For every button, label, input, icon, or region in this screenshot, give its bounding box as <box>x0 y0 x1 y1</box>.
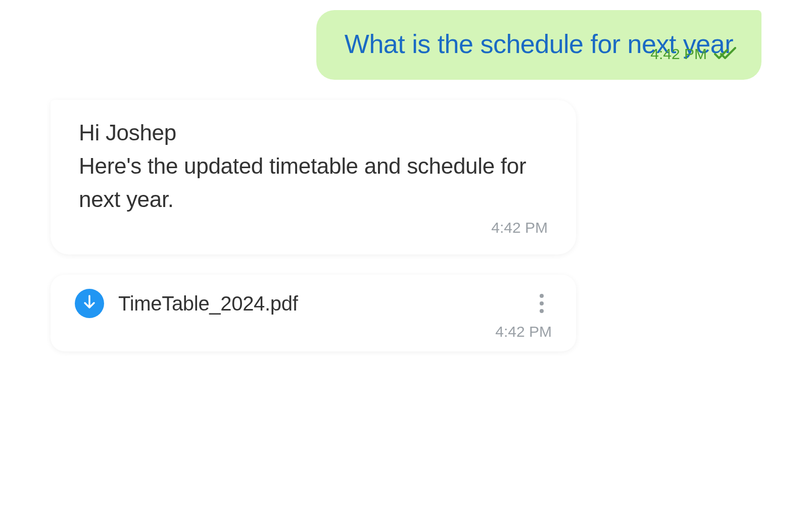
incoming-message-bubble[interactable]: Hi Joshep Here's the updated timetable a… <box>51 100 576 254</box>
incoming-timestamp: 4:42 PM <box>491 219 548 236</box>
message-row-outgoing: What is the schedule for next year 4:42 … <box>51 10 761 80</box>
more-options-button[interactable] <box>532 293 552 314</box>
file-name: TimeTable_2024.pdf <box>118 292 517 315</box>
chat-container: What is the schedule for next year 4:42 … <box>51 10 761 505</box>
file-meta: 4:42 PM <box>75 323 552 340</box>
download-arrow-icon <box>83 295 96 312</box>
outgoing-timestamp: 4:42 PM <box>650 45 707 63</box>
double-check-icon <box>714 47 736 61</box>
file-timestamp: 4:42 PM <box>495 323 552 340</box>
message-row-incoming-text: Hi Joshep Here's the updated timetable a… <box>51 100 761 254</box>
message-row-file: TimeTable_2024.pdf 4:42 PM <box>51 275 761 351</box>
incoming-message-text: Hi Joshep Here's the updated timetable a… <box>79 116 548 216</box>
file-row: TimeTable_2024.pdf <box>75 289 552 318</box>
outgoing-meta: 4:42 PM <box>650 45 736 63</box>
more-vertical-icon <box>540 294 544 313</box>
download-button[interactable] <box>75 289 104 318</box>
file-attachment-bubble[interactable]: TimeTable_2024.pdf 4:42 PM <box>51 275 576 351</box>
incoming-meta: 4:42 PM <box>79 219 548 236</box>
outgoing-message-bubble[interactable]: What is the schedule for next year 4:42 … <box>316 10 761 80</box>
